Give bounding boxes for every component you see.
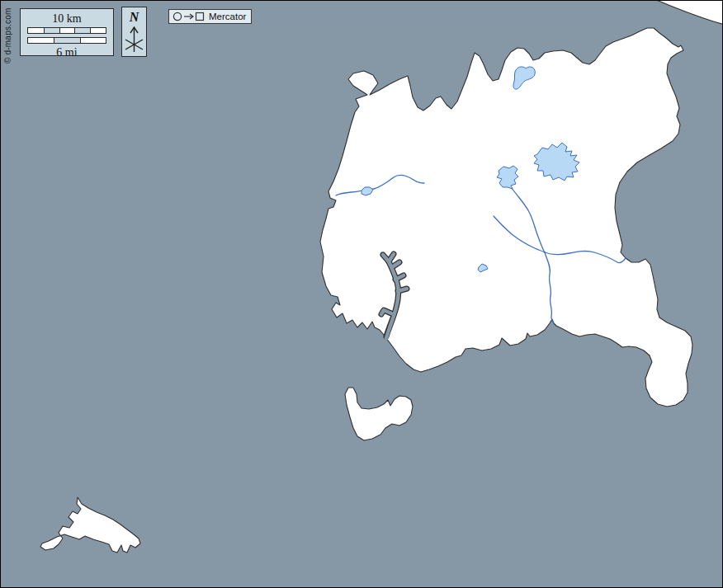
km-scale-bar bbox=[27, 27, 106, 34]
scale-bar-panel: 10 km 6 mi bbox=[20, 8, 114, 56]
scale-segment bbox=[80, 38, 106, 43]
north-arrow-star-icon bbox=[122, 26, 146, 55]
scale-segment bbox=[74, 28, 90, 33]
map-geography bbox=[1, 1, 723, 588]
circle-to-square-icon bbox=[172, 11, 206, 22]
copyright-text: © d-maps.com bbox=[3, 7, 12, 64]
scale-segment bbox=[44, 28, 59, 33]
scale-segment bbox=[28, 28, 44, 33]
scale-segment bbox=[59, 28, 75, 33]
scale-mi-label: 6 mi bbox=[21, 45, 113, 59]
compass: N bbox=[121, 7, 147, 57]
scale-km-label: 10 km bbox=[21, 12, 113, 26]
main-island bbox=[320, 28, 692, 407]
central-islet bbox=[345, 388, 413, 440]
scale-segment bbox=[54, 38, 79, 43]
projection-label: Mercator bbox=[209, 12, 246, 21]
compass-north-label: N bbox=[122, 10, 146, 25]
northeast-corner-land bbox=[654, 1, 723, 25]
projection-chip: Mercator bbox=[168, 9, 252, 24]
southwest-island bbox=[40, 497, 140, 553]
scale-segment bbox=[90, 28, 106, 33]
scale-segment bbox=[28, 38, 54, 43]
map-canvas: 10 km 6 mi N bbox=[0, 0, 723, 588]
mi-scale-bar bbox=[27, 37, 106, 44]
